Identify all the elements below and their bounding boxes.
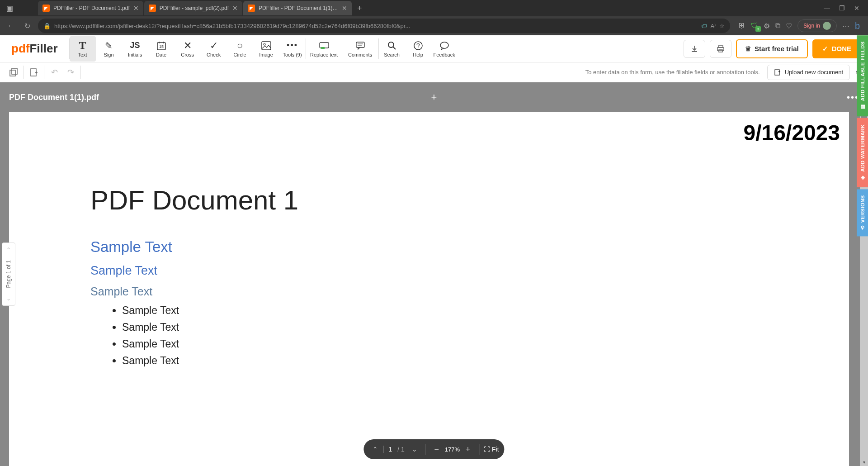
read-aloud-icon[interactable]: A⁾ xyxy=(711,23,716,29)
sign-tool[interactable]: ✎ Sign xyxy=(96,36,122,62)
redo-button[interactable]: ↷ xyxy=(62,64,79,81)
download-button[interactable] xyxy=(684,40,705,58)
url-text: https://www.pdffiller.com/jsfiller-desk1… xyxy=(54,23,698,29)
browser-tab-2[interactable]: ◤ PDFfiller - sample_pdf(2).pdf ✕ xyxy=(144,1,242,15)
help-icon: ? xyxy=(413,40,423,51)
signin-button[interactable]: Sign in xyxy=(797,19,837,32)
circle-tool[interactable]: ○ Circle xyxy=(227,36,253,62)
cross-tool[interactable]: ✕ Cross xyxy=(175,36,201,62)
adblock-icon[interactable]: 🛡 xyxy=(751,22,758,30)
svg-rect-8 xyxy=(356,42,364,48)
date-tool[interactable]: 15 Date xyxy=(148,36,175,62)
pages-panel-toggle[interactable] xyxy=(5,64,22,81)
close-window-button[interactable]: ✕ xyxy=(854,5,859,12)
feedback-icon xyxy=(439,40,449,51)
checkmark-icon: ✓ xyxy=(822,45,828,53)
maximize-button[interactable]: ❐ xyxy=(839,5,845,12)
divider xyxy=(425,444,426,455)
tab-title: PDFfiller - PDF Document 1(1).pc xyxy=(259,5,338,11)
check-tool[interactable]: ✓ Check xyxy=(201,36,227,62)
extensions-icon[interactable]: ⚙ xyxy=(764,22,770,30)
print-button[interactable] xyxy=(710,40,731,58)
text-tool[interactable]: T Text xyxy=(70,36,96,62)
tab-actions-icon[interactable]: ▣ xyxy=(2,4,18,13)
page-viewport[interactable]: 9/16/2023 PDF Document 1 Sample Text Sam… xyxy=(9,112,849,466)
more-tools[interactable]: ••• Tools (9) xyxy=(279,36,306,62)
add-document-button[interactable]: + xyxy=(431,91,437,103)
upload-document-button[interactable]: Upload new document xyxy=(767,65,850,80)
done-button[interactable]: ✓ DONE xyxy=(812,39,861,58)
page-navigator-side: ⌃ Page 1 of 1 ⌄ xyxy=(2,243,15,306)
comments-tool[interactable]: Comments xyxy=(342,36,378,62)
fit-icon: ⛶ xyxy=(484,446,490,453)
chevron-down-icon[interactable]: ⌄ xyxy=(6,295,11,302)
undo-button[interactable]: ↶ xyxy=(46,64,62,81)
more-menu-icon[interactable]: ⋯ xyxy=(842,22,849,30)
fields-icon: ▦ xyxy=(859,104,865,110)
initials-tool[interactable]: JS Initials xyxy=(122,36,148,62)
total-pages: / 1 xyxy=(396,446,406,453)
hint-text: To enter data on this form, use the fill… xyxy=(585,69,767,76)
lock-icon: 🔒 xyxy=(43,23,51,29)
start-trial-button[interactable]: ♕ Start free trial xyxy=(736,39,808,58)
versions-tab[interactable]: ⟲ VERSIONS xyxy=(857,189,868,236)
pdffiller-logo[interactable]: pdfFiller xyxy=(0,42,69,56)
next-page-button[interactable]: ⌄ xyxy=(408,443,421,456)
svg-point-5 xyxy=(264,43,265,45)
chevron-up-icon[interactable]: ⌃ xyxy=(6,247,11,253)
image-tool[interactable]: Image xyxy=(253,36,279,62)
browser-tab-1[interactable]: ◤ PDFfiller - PDF Document 1.pdf ✕ xyxy=(38,1,143,15)
prev-page-button[interactable]: ⌃ xyxy=(369,443,382,456)
add-page-button[interactable] xyxy=(26,64,42,81)
svg-rect-22 xyxy=(775,70,779,75)
tab-close-icon[interactable]: ✕ xyxy=(133,5,139,12)
back-button[interactable]: ← xyxy=(4,19,18,33)
upload-icon xyxy=(774,69,781,76)
date-stamp: 9/16/2023 xyxy=(743,120,840,145)
svg-text:?: ? xyxy=(416,42,420,49)
list-item: Sample Text xyxy=(122,304,768,317)
feedback-tool[interactable]: Feedback xyxy=(431,36,458,62)
new-tab-button[interactable]: + xyxy=(353,4,367,13)
minimize-button[interactable]: — xyxy=(824,5,830,12)
zoom-out-button[interactable]: − xyxy=(430,443,443,456)
refresh-button[interactable]: ↻ xyxy=(20,19,34,33)
sample-heading-2: Sample Text xyxy=(90,264,768,278)
shopping-tag-icon[interactable]: 🏷 xyxy=(701,23,707,29)
svg-rect-19 xyxy=(10,70,15,76)
address-bar[interactable]: 🔒 https://www.pdffiller.com/jsfiller-des… xyxy=(38,19,730,33)
collections-icon[interactable]: ⧉ xyxy=(775,22,780,30)
list-item: Sample Text xyxy=(122,355,768,367)
fit-button[interactable]: ⛶ Fit xyxy=(484,446,499,453)
svg-text:15: 15 xyxy=(159,44,164,49)
download-icon xyxy=(690,45,698,53)
add-fillable-fields-tab[interactable]: ▦ ADD FILLABLE FIELDS xyxy=(857,35,868,116)
divider xyxy=(24,66,24,79)
tab-close-icon[interactable]: ✕ xyxy=(342,5,347,12)
svg-rect-7 xyxy=(321,47,325,49)
svg-point-15 xyxy=(440,42,448,48)
current-page[interactable]: 1 xyxy=(383,446,394,453)
scroll-down-icon[interactable]: ▾ xyxy=(860,458,868,466)
sign-icon: ✎ xyxy=(105,40,113,51)
help-tool[interactable]: ? Help xyxy=(405,36,431,62)
watermark-icon: ◈ xyxy=(859,175,865,181)
more-icon: ••• xyxy=(287,40,298,51)
tab-close-icon[interactable]: ✕ xyxy=(232,5,238,12)
add-watermark-tab[interactable]: ◈ ADD WATERMARK xyxy=(857,118,868,187)
health-icon[interactable]: ♡ xyxy=(786,22,792,30)
zoom-in-button[interactable]: + xyxy=(462,443,474,456)
bing-icon[interactable]: b xyxy=(855,21,860,31)
print-icon xyxy=(717,45,725,53)
shield-icon[interactable]: ⛨ xyxy=(738,22,745,30)
favorite-icon[interactable]: ☆ xyxy=(719,23,725,29)
list-item: Sample Text xyxy=(122,338,768,350)
replace-text-tool[interactable]: Replace text xyxy=(306,36,342,62)
page-indicator: Page 1 of 1 xyxy=(5,260,12,288)
search-tool[interactable]: Search xyxy=(379,36,405,62)
circle-icon: ○ xyxy=(237,40,243,51)
browser-tab-3[interactable]: ◤ PDFfiller - PDF Document 1(1).pc ✕ xyxy=(243,1,352,15)
svg-line-12 xyxy=(393,47,396,49)
favicon-pdffiller: ◤ xyxy=(248,5,255,12)
tab-title: PDFfiller - sample_pdf(2).pdf xyxy=(160,5,229,11)
